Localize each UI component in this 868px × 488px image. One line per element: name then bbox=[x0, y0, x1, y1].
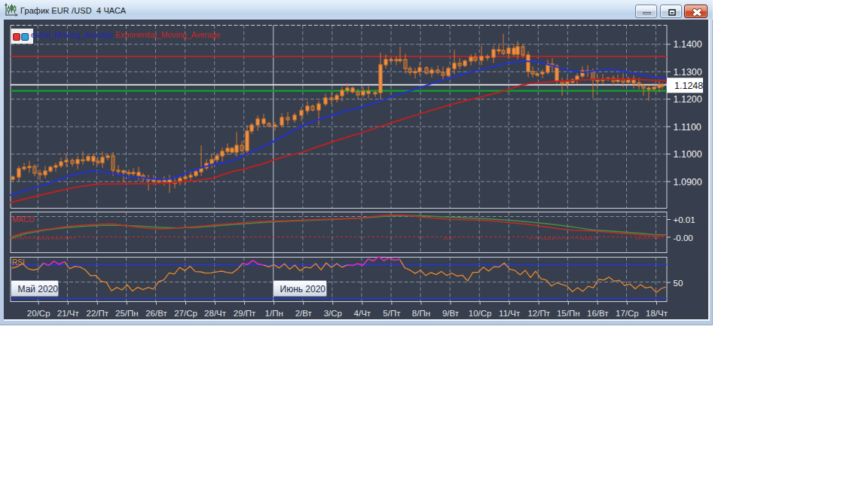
svg-text:9/Вт: 9/Вт bbox=[442, 309, 460, 318]
svg-text:29/Пт: 29/Пт bbox=[234, 309, 256, 318]
svg-text:17/Ср: 17/Ср bbox=[616, 309, 639, 318]
svg-text:ential_Moving_Average: ential_Moving_Average bbox=[31, 30, 114, 39]
svg-text:21/Чт: 21/Чт bbox=[57, 309, 80, 318]
svg-text:RSI: RSI bbox=[12, 258, 25, 267]
svg-text:22/Пт: 22/Пт bbox=[87, 309, 109, 318]
svg-text:10/Ср: 10/Ср bbox=[469, 309, 492, 318]
svg-text:1.1248: 1.1248 bbox=[674, 81, 703, 91]
svg-text:27/Ср: 27/Ср bbox=[174, 309, 197, 318]
svg-text:2/Вт: 2/Вт bbox=[295, 309, 313, 318]
svg-text:1.1200: 1.1200 bbox=[674, 94, 702, 105]
svg-text:4/Чт: 4/Чт bbox=[354, 309, 371, 318]
svg-text:1.1300: 1.1300 bbox=[674, 67, 702, 78]
svg-text:26/Вт: 26/Вт bbox=[145, 309, 167, 318]
svg-text:1.1000: 1.1000 bbox=[674, 149, 702, 160]
svg-text:1.0900: 1.0900 bbox=[674, 177, 702, 188]
svg-text:Июнь 2020: Июнь 2020 bbox=[280, 284, 326, 294]
svg-text:25/Пн: 25/Пн bbox=[115, 309, 139, 318]
svg-text:3/Ср: 3/Ср bbox=[324, 309, 342, 318]
svg-text:12/Пт: 12/Пт bbox=[527, 309, 550, 318]
svg-text:50: 50 bbox=[674, 279, 683, 288]
svg-text:MACD: MACD bbox=[12, 215, 34, 224]
svg-text:1/Пн: 1/Пн bbox=[265, 309, 283, 318]
svg-text:16/Вт: 16/Вт bbox=[587, 309, 609, 318]
svg-text:15/Пн: 15/Пн bbox=[557, 309, 580, 318]
svg-text:20/Ср: 20/Ср bbox=[27, 309, 50, 318]
svg-text:11/Чт: 11/Чт bbox=[499, 309, 521, 318]
svg-text:8/Пн: 8/Пн bbox=[412, 309, 430, 318]
svg-text:Exponential_Moving_Average: Exponential_Moving_Average bbox=[115, 30, 220, 39]
svg-text:-0.00: -0.00 bbox=[674, 233, 693, 242]
svg-text:28/Чт: 28/Чт bbox=[204, 309, 227, 318]
svg-text:+0.01: +0.01 bbox=[674, 215, 695, 224]
svg-text:1.1100: 1.1100 bbox=[674, 122, 701, 133]
svg-text:5/Пт: 5/Пт bbox=[383, 309, 401, 318]
svg-text:1.1400: 1.1400 bbox=[674, 39, 702, 50]
svg-text:Май 2020: Май 2020 bbox=[18, 284, 59, 294]
svg-text:18/Чт: 18/Чт bbox=[646, 309, 668, 318]
